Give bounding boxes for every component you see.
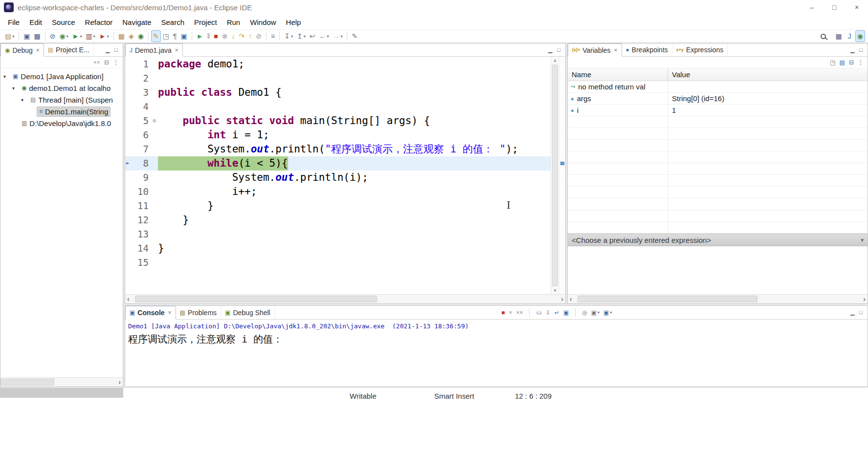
scrollbar-thumb[interactable] [135, 296, 377, 302]
code-line[interactable]: 5⊖ public static void main(String[] args… [125, 114, 551, 128]
run-icon[interactable]: ►▾ [70, 30, 84, 42]
tab-project-e[interactable]: ▤Project E... [44, 43, 94, 56]
dropdown-arrow-icon[interactable]: ▾ [80, 34, 82, 39]
code-line[interactable]: 4 [125, 100, 551, 114]
coverage-icon[interactable]: ▥▾ [84, 30, 97, 42]
suspend-icon[interactable]: ‖ [205, 30, 212, 42]
new-wizard-icon[interactable]: ▤▾ [3, 30, 16, 42]
close-tab-icon[interactable]: × [168, 309, 172, 316]
annotation-ruler[interactable] [125, 171, 133, 185]
maximize-view-icon[interactable]: □ [859, 47, 863, 53]
mark-occurrences-icon[interactable]: ✎ [151, 30, 161, 42]
code-line[interactable]: 7 System.out.println("程序调试演示，注意观察 i 的值： … [125, 142, 551, 156]
annotation-ruler[interactable] [125, 227, 133, 241]
maximize-view-icon[interactable]: □ [114, 47, 118, 53]
column-header-name[interactable]: Name [568, 68, 668, 81]
dropdown-arrow-icon[interactable]: ▾ [93, 34, 95, 39]
tree-item[interactable]: ▾▣Demo1 [Java Application] [0, 70, 123, 82]
maximize-view-icon[interactable]: □ [859, 310, 863, 315]
view-menu-icon[interactable]: ⋮ [858, 60, 864, 65]
annotation-ruler[interactable] [125, 142, 133, 156]
code-line[interactable]: 11 } [125, 199, 551, 213]
scroll-up-icon[interactable]: ∧ [551, 58, 559, 63]
line-number[interactable]: 12 [133, 213, 151, 227]
code-line[interactable]: 14} [125, 241, 551, 256]
code-line[interactable]: 3public class Demo1 { [125, 86, 551, 100]
table-row[interactable]: ●argsString[0] (id=16) [568, 93, 868, 105]
line-number[interactable]: 13 [133, 227, 151, 241]
line-number[interactable]: 4 [133, 100, 151, 114]
search-icon[interactable] [821, 34, 826, 39]
expression-chooser[interactable]: <Choose a previously entered expression>… [568, 234, 868, 246]
annotation-ruler[interactable] [125, 114, 133, 128]
pin-editor-icon[interactable]: ✎ [350, 30, 359, 42]
tab-debug[interactable]: ◉Debug× [0, 43, 44, 57]
new-package-icon[interactable]: ◈ [127, 30, 136, 42]
line-number[interactable]: 2 [133, 71, 151, 86]
annotation-ruler[interactable]: ► [125, 156, 133, 171]
annotation-ruler[interactable] [125, 241, 133, 256]
step-over-icon[interactable]: ↷ [237, 30, 247, 42]
tree-item[interactable]: ▾◉demo1.Demo1 at localho [0, 82, 123, 94]
line-number[interactable]: 15 [133, 256, 151, 270]
scroll-left-icon[interactable]: ‹ [127, 295, 130, 303]
console-view-icon[interactable]: ▣ [178, 30, 189, 42]
current-instruction-marker[interactable] [560, 162, 564, 165]
forward-icon[interactable]: →▾ [331, 30, 344, 42]
use-step-filters-icon[interactable]: ≡ [269, 30, 277, 42]
scroll-left-icon[interactable]: ‹ [570, 295, 572, 303]
java-perspective-icon[interactable]: J [846, 30, 853, 42]
dropdown-arrow-icon[interactable]: ▾ [598, 310, 600, 315]
debug-launch-tree[interactable]: ▾▣Demo1 [Java Application]▾◉demo1.Demo1 … [0, 68, 123, 377]
tab-expressions[interactable]: x+yExpressions [672, 43, 728, 56]
expand-arrow-icon[interactable]: ▾ [3, 74, 10, 79]
line-number[interactable]: 7 [133, 142, 151, 156]
tab-breakpoints[interactable]: ●Breakpoints [622, 43, 672, 56]
open-perspective-icon[interactable]: ▦ [834, 30, 844, 42]
remove-all-terminated-icon[interactable]: ×× [93, 60, 100, 65]
code-line[interactable]: 6 int i = 1; [125, 128, 551, 142]
save-all-icon[interactable]: ▩ [32, 30, 42, 42]
show-whitespace-icon[interactable]: ¶ [171, 30, 179, 42]
menu-window[interactable]: Window [245, 16, 281, 28]
disconnect-icon[interactable]: ⊗ [220, 30, 230, 42]
debug-icon[interactable]: ◉▾ [57, 30, 70, 42]
show-console-on-output-icon[interactable]: ▣ [563, 310, 569, 316]
line-number[interactable]: 1 [133, 57, 151, 71]
show-type-names-icon[interactable]: ◳ [830, 60, 835, 65]
drop-to-frame-icon[interactable]: ⊘ [254, 30, 264, 42]
resume-icon[interactable]: ► [195, 30, 205, 42]
expand-arrow-icon[interactable]: ▾ [12, 86, 19, 91]
tab-variables[interactable]: (x)=Variables× [568, 43, 622, 57]
back-icon[interactable]: ←▾ [317, 30, 331, 42]
collapse-icon[interactable]: ⊖ [153, 114, 156, 128]
open-console-icon[interactable]: ▣▾ [603, 310, 612, 316]
menu-edit[interactable]: Edit [24, 16, 47, 28]
scroll-right-icon[interactable]: › [118, 378, 121, 386]
remove-all-launches-icon[interactable]: ×× [516, 310, 523, 316]
scroll-right-icon[interactable]: › [561, 295, 563, 303]
dropdown-arrow-icon[interactable]: ▾ [304, 34, 306, 39]
code-line[interactable]: ►8 while(i < 5){ [125, 156, 551, 171]
debug-horizontal-scrollbar[interactable]: › [0, 377, 123, 386]
scrollbar-thumb[interactable] [552, 64, 558, 286]
word-wrap-icon[interactable]: ↵ [555, 310, 559, 316]
close-tab-icon[interactable]: × [614, 47, 618, 54]
console-output-area[interactable]: Demo1 [Java Application] D:\Develop\Java… [125, 320, 868, 386]
table-row[interactable]: ↪no method return val [568, 81, 868, 93]
external-tools-icon[interactable]: ►▾ [97, 30, 111, 42]
code-line[interactable]: 9 System.out.println(i); [125, 171, 551, 185]
menu-source[interactable]: Source [47, 16, 80, 28]
code-line[interactable]: 10 i++; [125, 185, 551, 199]
column-header-value[interactable]: Value [668, 70, 868, 79]
show-logical-structures-icon[interactable]: ▤ [840, 60, 845, 65]
chevron-down-icon[interactable]: ▾ [861, 237, 864, 243]
close-window-icon[interactable]: × [846, 0, 868, 15]
scroll-down-icon[interactable]: ∨ [551, 288, 559, 293]
annotation-ruler[interactable] [125, 199, 133, 213]
last-edit-location-icon[interactable]: ↩ [308, 30, 317, 42]
tree-item[interactable]: ▾▤Thread [main] (Suspen [0, 94, 123, 106]
maximize-view-icon[interactable]: □ [557, 47, 560, 53]
step-into-icon[interactable]: ↓ [230, 30, 237, 42]
annotation-ruler[interactable] [125, 100, 133, 114]
